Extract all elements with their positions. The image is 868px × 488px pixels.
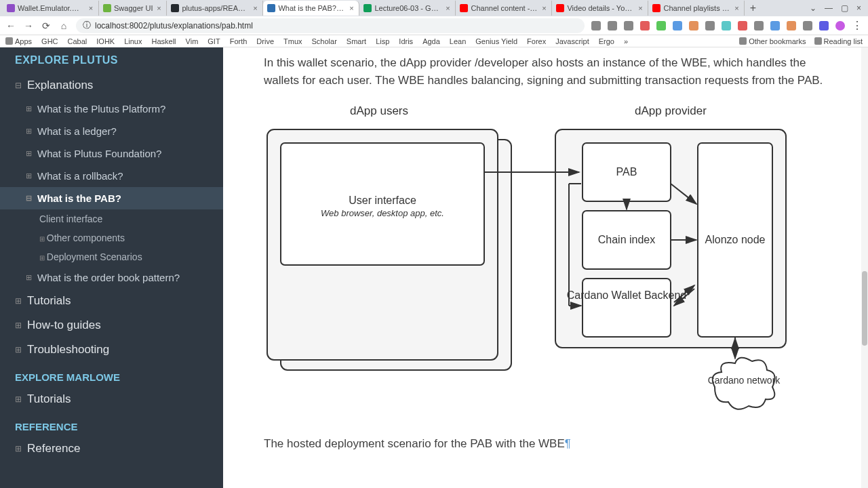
bookmark-genius[interactable]: Genius Yield [475, 37, 517, 45]
sidebar-explanations[interactable]: Explanations [0, 73, 223, 98]
bookmark-linux[interactable]: Linux [124, 37, 142, 45]
menu-icon[interactable]: ⋮ [852, 19, 863, 32]
close-icon[interactable]: × [87, 5, 94, 12]
close-icon[interactable]: × [348, 5, 355, 12]
intro-paragraph: In this wallet scenario, the dApp provid… [264, 54, 827, 89]
ext-icon-11[interactable] [803, 21, 812, 30]
ext-icon-7[interactable] [738, 21, 747, 30]
bookmark-scholar[interactable]: Scholar [312, 37, 337, 45]
permalink-icon[interactable]: ¶ [565, 437, 571, 450]
minimize-icon[interactable]: — [825, 3, 833, 13]
close-icon[interactable]: × [252, 5, 258, 12]
tab-6[interactable]: Video details - YouTub× [552, 1, 648, 16]
url-bar[interactable]: ⓘ localhost:8002/plutus/explanations/pab… [76, 18, 585, 33]
svg-text:User interface: User interface [349, 195, 416, 206]
tab-3[interactable]: What is the PAB? — Th× [263, 1, 359, 16]
tab-4[interactable]: Lecture06-03 - Googl× [359, 1, 456, 16]
bookmark-forth[interactable]: Forth [230, 37, 248, 45]
sidebar-howto[interactable]: How-to guides [0, 313, 223, 338]
tab-1[interactable]: Swagger UI× [99, 1, 167, 16]
other-bookmarks[interactable]: Other bookmarks [739, 37, 806, 45]
bookmark-agda[interactable]: Agda [422, 37, 440, 45]
architecture-diagram: dApp users dApp provider User interface … [264, 102, 827, 430]
tab-2[interactable]: plutus-apps/README× [167, 1, 263, 16]
sidebar-marlowe-tutorials[interactable]: Tutorials [0, 387, 223, 411]
sidebar-tutorials[interactable]: Tutorials [0, 289, 223, 313]
svg-rect-12 [583, 279, 671, 337]
bookmark-forex[interactable]: Forex [527, 37, 546, 45]
bookmark-tmux[interactable]: Tmux [283, 37, 302, 45]
ext-icon-1[interactable] [640, 21, 650, 30]
ext-icon-3[interactable] [673, 21, 682, 30]
sidebar-subitem-other[interactable]: Other components [0, 228, 223, 247]
bookmark-apps[interactable]: Apps [5, 37, 32, 45]
close-icon[interactable]: × [733, 5, 740, 12]
diagram-caption: The hosted deployment scenario for the P… [264, 437, 827, 451]
forward-button[interactable]: → [23, 20, 34, 31]
bookmark-smart[interactable]: Smart [347, 37, 366, 45]
reload-button[interactable]: ⟳ [41, 20, 52, 31]
ext-icon-6[interactable] [722, 21, 731, 30]
bookmark-overflow[interactable]: » [624, 37, 628, 45]
zoom-icon[interactable] [591, 21, 601, 30]
ext-icon-9[interactable] [770, 21, 780, 30]
close-icon[interactable]: × [444, 5, 451, 12]
bookmark-idris[interactable]: Idris [399, 37, 413, 45]
site-info-icon[interactable]: ⓘ [83, 20, 91, 31]
ext-icon-10[interactable] [787, 21, 796, 30]
bookmark-ghc[interactable]: GHC [41, 37, 58, 45]
close-icon[interactable]: × [540, 5, 547, 12]
ext-icon-12[interactable] [819, 21, 829, 30]
home-button[interactable]: ⌂ [58, 20, 69, 31]
bookmark-drive[interactable]: Drive [256, 37, 274, 45]
browser-chrome: Wallet.Emulator.Wallet× Swagger UI× plut… [0, 0, 868, 47]
sidebar-item-ledger[interactable]: What is a ledger? [0, 120, 223, 142]
svg-text:Alonzo node: Alonzo node [705, 234, 766, 245]
ext-icon-5[interactable] [705, 21, 715, 30]
close-icon[interactable]: × [637, 5, 644, 12]
sidebar-reference[interactable]: Reference [0, 436, 223, 461]
bookmark-git[interactable]: GIT [208, 37, 220, 45]
scrollbar[interactable] [861, 47, 868, 488]
chevron-down-icon[interactable]: ⌄ [810, 3, 816, 13]
sidebar-item-pab[interactable]: What is the PAB? [0, 187, 223, 209]
bookmark-haskell[interactable]: Haskell [151, 37, 176, 45]
bookmark-js[interactable]: Javascript [555, 37, 589, 45]
ext-icon-2[interactable] [656, 21, 666, 30]
tab-7[interactable]: Channel playlists - You× [648, 1, 745, 16]
close-window-icon[interactable]: × [856, 3, 861, 13]
ext-icon-4[interactable] [689, 21, 698, 30]
sidebar-subitem-client[interactable]: Client interface [0, 209, 223, 228]
ext-icon-8[interactable] [754, 21, 764, 30]
sidebar-troubleshooting[interactable]: Troubleshooting [0, 338, 223, 362]
sidebar-item-orderbook[interactable]: What is the order book pattern? [0, 266, 223, 289]
bookmarks-bar: Apps GHC Cabal IOHK Linux Haskell Vim GI… [0, 35, 868, 47]
svg-text:Web browser, desktop app, etc.: Web browser, desktop app, etc. [321, 208, 444, 218]
bookmark-cabal[interactable]: Cabal [68, 37, 87, 45]
profile-avatar[interactable] [835, 21, 845, 30]
bookmark-vim[interactable]: Vim [186, 37, 199, 45]
tab-0[interactable]: Wallet.Emulator.Wallet× [3, 1, 99, 16]
star-icon[interactable] [624, 21, 633, 30]
close-icon[interactable]: × [155, 5, 162, 12]
back-button[interactable]: ← [5, 20, 16, 31]
sidebar-subitem-deployment[interactable]: Deployment Scenarios [0, 247, 223, 266]
svg-text:Chain index: Chain index [598, 234, 656, 245]
new-tab-button[interactable]: + [745, 1, 761, 16]
tab-5[interactable]: Channel content - You× [456, 1, 552, 16]
sidebar-reference-heading: REFERENCE [0, 411, 223, 436]
bookmark-iohk[interactable]: IOHK [96, 37, 115, 45]
window-controls: ⌄ — ▢ × [810, 3, 868, 13]
toolbar-icons: ⋮ [591, 19, 863, 32]
sidebar-item-plutus-platform[interactable]: What is the Plutus Platform? [0, 98, 223, 120]
sidebar-item-rollback[interactable]: What is a rollback? [0, 165, 223, 187]
bookmark-ergo[interactable]: Ergo [599, 37, 614, 45]
send-icon[interactable] [608, 21, 617, 30]
reading-list[interactable]: Reading list [814, 37, 863, 45]
sidebar-item-foundation[interactable]: What is Plutus Foundation? [0, 142, 223, 165]
scrollbar-thumb[interactable] [862, 271, 867, 346]
bookmark-lisp[interactable]: Lisp [376, 37, 389, 45]
maximize-icon[interactable]: ▢ [841, 3, 848, 13]
tab-strip: Wallet.Emulator.Wallet× Swagger UI× plut… [0, 0, 868, 16]
bookmark-lean[interactable]: Lean [450, 37, 466, 45]
